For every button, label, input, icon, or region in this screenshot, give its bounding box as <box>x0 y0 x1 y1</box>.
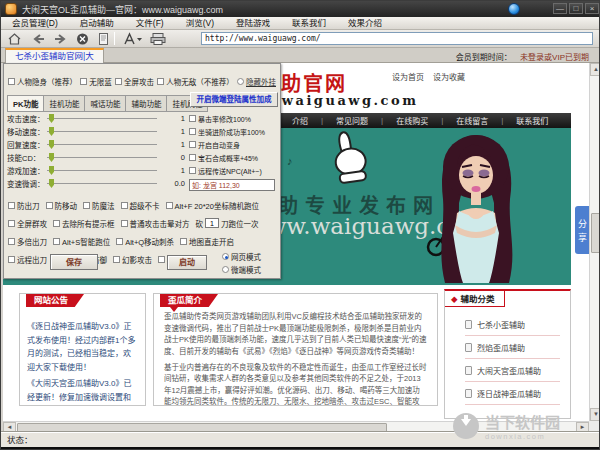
print-icon[interactable] <box>149 32 167 46</box>
micro-client-boost-button[interactable]: 开启微端登陆属性加成 <box>190 92 278 107</box>
checkbox-icon[interactable] <box>8 202 15 209</box>
checkbox-icon[interactable] <box>8 238 15 245</box>
checkbox-icon[interactable] <box>8 78 15 85</box>
checkbox-anti-magic[interactable]: 防魔法 <box>83 200 115 211</box>
radio-hide-hack[interactable]: 隐藏外挂 <box>237 76 276 87</box>
skill-cd-slider[interactable] <box>47 153 171 162</box>
slider-thumb[interactable] <box>49 153 54 162</box>
start-button[interactable]: 启动 <box>167 255 207 270</box>
slash-count-input[interactable] <box>205 218 219 228</box>
gem-icon[interactable] <box>508 3 520 15</box>
radio-micro-mode[interactable]: 微端模式 <box>222 264 261 275</box>
checkbox-icon[interactable] <box>121 220 128 227</box>
close-button[interactable]: × <box>585 3 599 14</box>
checkbox-move-assassinate[interactable]: Alt+Q移动刺杀 <box>116 236 174 247</box>
tab-afk[interactable]: 挂机功能 <box>43 95 84 112</box>
stop-icon[interactable] <box>75 32 90 46</box>
checkbox-group-attack[interactable]: 全屏群攻 <box>8 218 47 229</box>
forward-icon[interactable] <box>53 32 68 46</box>
nav-intro[interactable]: 介绍 <box>279 115 321 126</box>
slider-thumb[interactable] <box>49 114 54 123</box>
category-item[interactable]: 大闹天宫歪瓜辅助 <box>465 359 560 382</box>
checkbox-icon[interactable] <box>115 78 122 85</box>
menu-view[interactable]: 浏览(V) <box>175 17 225 29</box>
checkbox-icon[interactable] <box>53 238 60 245</box>
checkbox-random-run[interactable]: Alt+F 20*20坐标随机跑位 <box>166 200 259 211</box>
recover-speed-slider[interactable] <box>47 140 171 149</box>
radio-icon[interactable] <box>222 266 229 273</box>
nav-faq[interactable]: 常见问题 <box>323 115 381 126</box>
vertical-scroll-thumb[interactable] <box>591 213 600 253</box>
radio-web-mode[interactable]: 网页模式 <box>222 251 261 262</box>
checkbox-stealth[interactable]: 人物隐身（推荐） <box>8 76 77 87</box>
set-favorite-link[interactable]: 设为收藏 <box>433 71 465 82</box>
slider-thumb[interactable] <box>49 179 54 188</box>
checkbox-icon[interactable] <box>83 202 90 209</box>
checkbox-icon[interactable] <box>121 202 128 209</box>
scroll-up-button[interactable]: ▲ <box>590 63 600 76</box>
nav-buy[interactable]: 在线购买 <box>383 115 441 126</box>
game-accel-slider[interactable] <box>47 166 171 175</box>
radio-icon[interactable] <box>222 253 229 260</box>
category-item[interactable]: 七杀小歪辅助 <box>465 313 560 336</box>
tab-shout[interactable]: 喊话功能 <box>84 95 125 112</box>
tab-assist[interactable]: 辅助功能 <box>125 95 166 112</box>
checkbox-icon[interactable] <box>53 220 60 227</box>
checkbox-unlimited-mana[interactable]: 无限蓝 <box>80 76 112 87</box>
checkbox-stun-attack[interactable]: 普通攻击击晕对方 <box>121 218 190 229</box>
menu-file[interactable]: 文件(F) <box>125 17 175 29</box>
menu-effects[interactable]: 效果介绍 <box>337 17 393 29</box>
vertical-scrollbar[interactable]: ▲ ▼ <box>589 63 600 421</box>
checkbox-icon[interactable] <box>8 220 15 227</box>
checkbox-mount-success[interactable]: 坐骑进阶成功率100% <box>189 125 281 138</box>
menu-login-game[interactable]: 登陆游戏 <box>225 17 281 29</box>
checkbox-fullscreen-attack[interactable]: 全屏攻击 <box>115 76 154 87</box>
move-speed-slider[interactable] <box>47 127 171 136</box>
back-icon[interactable] <box>31 32 46 46</box>
checkbox-icon[interactable] <box>180 238 187 245</box>
checkbox-icon[interactable] <box>116 238 123 245</box>
nav-message[interactable]: 在线留言 <box>443 115 501 126</box>
attack-speed-slider[interactable] <box>47 114 171 123</box>
menu-launch[interactable]: 启动辅助 <box>69 17 125 29</box>
checkbox-icon[interactable] <box>189 128 196 135</box>
checkbox-auto-transform[interactable]: 开启自动变身 <box>189 138 281 151</box>
nav-contact[interactable]: 联系我们 <box>503 115 561 126</box>
browser-tab[interactable]: 七杀小歪辅助官网|大 <box>5 48 104 63</box>
refresh-page-icon[interactable] <box>96 32 111 46</box>
slider-thumb[interactable] <box>49 140 54 149</box>
slider-thumb[interactable] <box>49 127 54 136</box>
checkbox-icon[interactable] <box>189 154 196 161</box>
checkbox-icon[interactable] <box>80 78 87 85</box>
horizontal-scroll-thumb[interactable] <box>17 423 387 432</box>
npc-coords-input[interactable] <box>189 179 275 191</box>
share-tab[interactable]: 分享 <box>575 206 589 254</box>
minimize-button[interactable]: — <box>553 3 567 14</box>
radio-icon[interactable] <box>237 78 244 85</box>
checkbox-crit-rate[interactable]: 暴击率修改100% <box>189 112 281 125</box>
checkbox-icon[interactable] <box>189 115 196 122</box>
tab-pk[interactable]: PK功能 <box>7 95 43 112</box>
speed-finetune-slider[interactable] <box>47 179 171 188</box>
url-input[interactable] <box>201 32 593 45</box>
checkbox-icon[interactable] <box>166 202 173 209</box>
checkbox-no-lag[interactable]: 超级不卡 <box>121 200 160 211</box>
checkbox-icon[interactable] <box>189 141 196 148</box>
category-item[interactable]: 烈焰歪瓜辅助 <box>465 336 560 359</box>
menu-contact[interactable]: 联系我们 <box>281 17 337 29</box>
home-icon[interactable] <box>7 32 22 46</box>
checkbox-gem-rate[interactable]: 宝石合成概率+45% <box>189 151 281 164</box>
category-item[interactable]: 逐日战神歪瓜辅助 <box>465 382 560 405</box>
checkbox-anti-slash[interactable]: 防出刀 <box>8 200 40 211</box>
save-button[interactable]: 保存 <box>50 254 98 270</box>
menu-member[interactable]: 会员管理(D) <box>1 17 69 29</box>
checkbox-icon[interactable] <box>189 167 196 174</box>
checkbox-anti-move[interactable]: 防移动 <box>46 200 78 211</box>
slider-thumb[interactable] <box>49 166 54 175</box>
checkbox-remove-tips[interactable]: 去除所有提示框 <box>53 218 115 229</box>
checkbox-map-straight[interactable]: 地图直走开启 <box>180 236 234 247</box>
set-homepage-link[interactable]: 设为首页 <box>392 71 424 82</box>
checkbox-invincible[interactable]: 人物无敌（不推荐） <box>157 76 234 87</box>
checkbox-multi-slash[interactable]: 多倍出刀 <box>8 236 47 247</box>
checkbox-icon[interactable] <box>157 78 164 85</box>
